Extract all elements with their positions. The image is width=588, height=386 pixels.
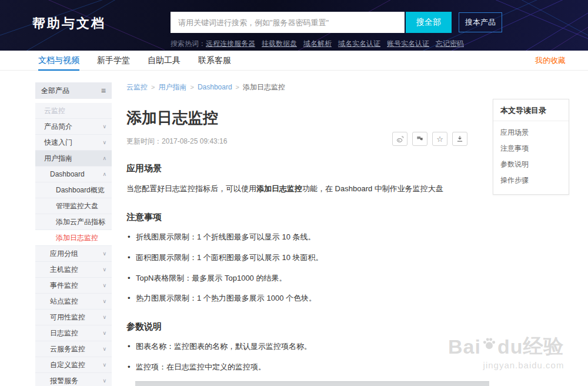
sidebar-item[interactable]: 报警服务 xyxy=(35,373,112,386)
favorite-button[interactable]: ☆ xyxy=(432,132,447,146)
sidebar-item-label: 添加云产品指标 xyxy=(56,218,105,226)
hot-keyword-link[interactable]: 账号实名认证 xyxy=(387,39,429,48)
sidebar-item[interactable]: 主机监控 xyxy=(35,262,112,278)
chevron-icon xyxy=(102,246,106,261)
breadcrumb-link[interactable]: 用户指南 xyxy=(158,83,186,91)
chevron-icon xyxy=(102,341,106,357)
search-all-button[interactable]: 搜全部 xyxy=(406,12,452,33)
chevron-icon xyxy=(102,278,106,293)
sidebar-item-label: 云服务监控 xyxy=(50,345,85,353)
sidebar-item[interactable]: 应用分组 xyxy=(35,246,112,262)
usage-paragraph: 当您配置好日志监控指标后，可以使用添加日志监控功能，在 Dashboard 中制… xyxy=(126,182,491,195)
sidebar-item[interactable]: 用户指南 xyxy=(35,151,112,167)
sidebar-item[interactable]: 可用性监控 xyxy=(35,310,112,325)
all-products-label: 全部产品 xyxy=(41,86,69,96)
section-heading-notes: 注意事项 xyxy=(126,212,491,223)
search-product-button[interactable]: 搜本产品 xyxy=(459,12,502,32)
notes-list: 折线图展示限制：1 个折线图最多可以显示 10 条线。面积图展示限制：1 个面积… xyxy=(126,231,491,305)
chevron-icon xyxy=(102,167,106,182)
chevron-icon xyxy=(102,294,106,309)
note-item: 热力图展示限制：1 个热力图最多展示 1000 个色块。 xyxy=(126,292,491,305)
article: 云监控用户指南Dashboard添加日志监控 添加日志监控 更新时间：2017-… xyxy=(126,82,491,386)
sidebar-item-label: 自定义监控 xyxy=(50,361,85,369)
sidebar-item-label: 快速入门 xyxy=(44,138,72,147)
breadcrumb-link[interactable]: Dashboard xyxy=(198,83,232,91)
breadcrumb: 云监控用户指南Dashboard添加日志监控 xyxy=(126,82,491,92)
nav-tab[interactable]: 文档与视频 xyxy=(38,51,79,71)
my-favorites-link[interactable]: 我的收藏 xyxy=(535,51,566,71)
star-icon: ☆ xyxy=(436,135,443,144)
search-input[interactable] xyxy=(171,12,405,33)
hot-keyword-link[interactable]: 远程连接服务器 xyxy=(206,39,255,48)
chevron-icon xyxy=(102,135,106,150)
sidebar-item-label: 站点监控 xyxy=(50,297,78,305)
sidebar-item-label: 添加日志监控 xyxy=(56,234,98,242)
sidebar-item[interactable]: 快速入门 xyxy=(35,135,112,151)
menu-icon: ≡ xyxy=(101,86,106,95)
toc-link[interactable]: 注意事项 xyxy=(493,141,569,157)
section-heading-params: 参数说明 xyxy=(126,321,491,332)
sidebar-item[interactable]: 添加云产品指标 xyxy=(35,214,112,230)
chevron-icon xyxy=(102,373,106,386)
sidebar-item-label: 产品简介 xyxy=(44,122,72,131)
share-weibo-button[interactable] xyxy=(392,132,407,146)
param-item: 图表名称：监控图表的名称，默认显示监控项名称。 xyxy=(126,341,491,353)
toc-link[interactable]: 参数说明 xyxy=(493,157,569,172)
chevron-icon xyxy=(102,119,106,134)
hot-keyword-link[interactable]: 域名解析 xyxy=(303,39,332,48)
sidebar-item[interactable]: 站点监控 xyxy=(35,294,112,310)
breadcrumb-link[interactable]: 云监控 xyxy=(126,83,148,91)
hot-keyword-link[interactable]: 域名实名认证 xyxy=(338,39,380,48)
sidebar-item[interactable]: Dashboard xyxy=(35,167,112,182)
sidebar-item[interactable]: 自定义监控 xyxy=(35,357,112,373)
watermark-text-post: du xyxy=(497,335,523,358)
breadcrumb-item: 添加日志监控 xyxy=(243,83,285,91)
usage-text-bold: 添加日志监控 xyxy=(256,184,302,193)
sidebar-item[interactable]: 产品简介 xyxy=(35,119,112,135)
hot-keywords-label: 搜索热词： xyxy=(171,39,206,48)
sidebar-item-label: 主机监控 xyxy=(50,265,78,274)
hot-keyword-link[interactable]: 挂载数据盘 xyxy=(262,39,297,48)
sidebar-item-label: 事件监控 xyxy=(50,281,78,290)
toc-list: 应用场景注意事项参数说明操作步骤 xyxy=(493,121,569,194)
sidebar-item-label: Dashboard概览 xyxy=(56,186,105,194)
param-item: 监控项：在日志监控中定义的监控项。 xyxy=(126,361,491,374)
toc-link[interactable]: 应用场景 xyxy=(493,125,569,141)
sidebar-item-label: 日志监控 xyxy=(50,329,78,337)
nav-tab[interactable]: 自助工具 xyxy=(148,51,181,71)
sidebar-item[interactable]: Dashboard概览 xyxy=(35,182,112,198)
all-products-header[interactable]: 全部产品 ≡ xyxy=(35,82,112,99)
sidebar-item-label: 可用性监控 xyxy=(50,313,85,321)
breadcrumb-item: 用户指南 xyxy=(158,83,197,91)
sidebar-item[interactable]: 添加日志监控 xyxy=(35,230,112,246)
breadcrumb-link[interactable]: 添加日志监控 xyxy=(243,83,285,91)
download-button[interactable] xyxy=(452,132,467,146)
nav-tab[interactable]: 新手学堂 xyxy=(97,51,130,71)
sidebar-item[interactable]: 云服务监控 xyxy=(35,341,112,357)
sidebar-item-label: Dashboard xyxy=(50,170,85,178)
note-item: 面积图展示限制：1 个面积图最多可以展示 10 块面积。 xyxy=(126,252,491,264)
hot-keyword-link[interactable]: 忘记密码 xyxy=(436,39,464,48)
chevron-icon xyxy=(102,325,106,341)
sidebar-item[interactable]: 管理监控大盘 xyxy=(35,198,112,214)
hot-keywords: 远程连接服务器挂载数据盘域名解析域名实名认证账号实名认证忘记密码 xyxy=(206,39,470,48)
usage-text-pre: 当您配置好日志监控指标后，可以使用 xyxy=(126,184,256,193)
nav-tab[interactable]: 联系客服 xyxy=(198,51,231,71)
params-list: 图表名称：监控图表的名称，默认显示监控项名称。监控项：在日志监控中定义的监控项。… xyxy=(126,341,491,386)
sidebar-item-label: 报警服务 xyxy=(50,377,78,385)
note-item: TopN表格限制：最多展示 Top1000 的结果。 xyxy=(126,272,491,285)
hot-keywords-row: 搜索热词：远程连接服务器挂载数据盘域名解析域名实名认证账号实名认证忘记密码 xyxy=(171,39,470,49)
sidebar-item-label: 应用分组 xyxy=(50,249,78,258)
sidebar-item[interactable]: 日志监控 xyxy=(35,325,112,341)
chevron-icon xyxy=(102,151,106,166)
sidebar-item[interactable]: 事件监控 xyxy=(35,278,112,294)
comments-button[interactable] xyxy=(412,132,427,146)
page: 帮助与文档 搜全部 搜本产品 搜索热词：远程连接服务器挂载数据盘域名解析域名实名… xyxy=(0,0,588,386)
site-header: 帮助与文档 搜全部 搜本产品 搜索热词：远程连接服务器挂载数据盘域名解析域名实名… xyxy=(0,0,588,51)
section-heading-usage: 应用场景 xyxy=(126,163,491,174)
sidebar-item[interactable]: 云监控 xyxy=(35,103,112,119)
toc-link[interactable]: 操作步骤 xyxy=(493,172,569,188)
page-title: 帮助与文档 xyxy=(32,15,106,32)
sidebar-item-label: 用户指南 xyxy=(44,154,72,162)
nav-tabs: 文档与视频新手学堂自助工具联系客服 xyxy=(38,51,249,70)
